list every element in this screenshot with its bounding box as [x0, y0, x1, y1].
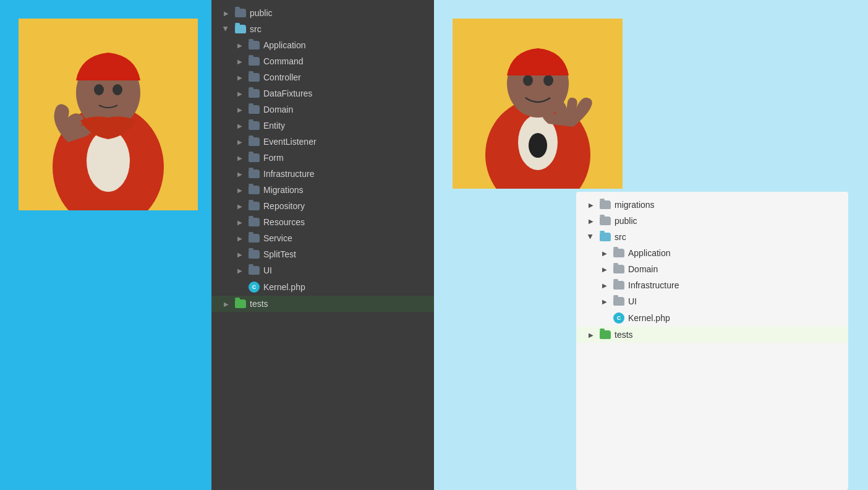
tree-item-ui-left[interactable]: ▶ UI: [211, 262, 434, 278]
folder-icon-resources-left: [249, 218, 260, 226]
chevron-public-left: ▶: [221, 8, 231, 18]
label-src-right: src: [615, 232, 626, 242]
label-migrations-right: migrations: [615, 200, 655, 210]
label-src-left: src: [250, 24, 262, 34]
tree-item-public-right[interactable]: ▶ public: [576, 213, 848, 229]
label-application-right: Application: [628, 248, 671, 258]
chevron-entity-left: ▶: [235, 121, 245, 131]
label-controller-left: Controller: [263, 72, 301, 82]
label-tests-left: tests: [250, 299, 268, 309]
label-splittest-left: SplitTest: [263, 249, 296, 259]
label-kernel-right: Kernel.php: [628, 313, 670, 323]
chevron-resources-left: ▶: [235, 217, 245, 227]
tree-item-splittest-left[interactable]: ▶ SplitTest: [211, 246, 434, 262]
tree-item-controller-left[interactable]: ▶ Controller: [211, 69, 434, 85]
chevron-migrations-right: ▶: [586, 200, 596, 210]
tree-item-repository-left[interactable]: ▶ Repository: [211, 198, 434, 214]
tree-item-application-right[interactable]: ▶ Application: [576, 245, 848, 261]
label-migrations-left: Migrations: [263, 185, 304, 195]
tree-item-domain-right[interactable]: ▶ Domain: [576, 261, 848, 277]
chevron-public-right: ▶: [586, 216, 596, 226]
tree-item-kernel-right[interactable]: ▶ C Kernel.php: [576, 309, 848, 327]
chevron-splittest-left: ▶: [235, 249, 245, 259]
folder-icon-domain-right: [613, 265, 624, 273]
label-public-right: public: [615, 216, 637, 226]
folder-icon-migrations-left: [249, 186, 260, 194]
php-badge-kernel-left: C: [249, 282, 260, 293]
tree-item-migrations-left[interactable]: ▶ Migrations: [211, 182, 434, 198]
label-ui-right: UI: [628, 296, 637, 306]
tree-item-kernel-left[interactable]: ▶ C Kernel.php: [211, 278, 434, 296]
folder-icon-datafixtures-left: [249, 89, 260, 98]
tree-item-service-left[interactable]: ▶ Service: [211, 230, 434, 246]
folder-icon-tests-left: [235, 299, 246, 308]
chevron-ui-right: ▶: [600, 296, 610, 306]
tree-item-public-left[interactable]: ▶ public: [211, 5, 434, 21]
tree-item-eventlistener-left[interactable]: ▶ EventListener: [211, 134, 434, 150]
tree-item-entity-left[interactable]: ▶ Entity: [211, 118, 434, 134]
drake-no-svg: [19, 19, 198, 210]
tree-item-infrastructure-right[interactable]: ▶ Infrastructure: [576, 277, 848, 293]
file-tree-left: ▶ public ▶ src ▶ Application ▶ Command ▶: [211, 0, 434, 490]
folder-icon-public-right: [600, 217, 611, 225]
svg-point-4: [94, 84, 104, 95]
chevron-command-left: ▶: [235, 56, 245, 66]
label-command-left: Command: [263, 56, 304, 66]
chevron-ui-left: ▶: [235, 265, 245, 275]
label-resources-left: Resources: [263, 217, 305, 227]
tree-item-tests-right[interactable]: ▶ tests: [576, 327, 848, 343]
chevron-tests-right: ▶: [586, 330, 596, 340]
folder-icon-form-left: [249, 153, 260, 162]
label-infrastructure-right: Infrastructure: [628, 280, 679, 290]
label-tests-right: tests: [615, 330, 633, 340]
label-application-left: Application: [263, 40, 306, 50]
folder-icon-src-right: [600, 233, 611, 241]
tree-item-datafixtures-left[interactable]: ▶ DataFixtures: [211, 85, 434, 101]
tree-item-src-left[interactable]: ▶ src: [211, 21, 434, 37]
label-ui-left: UI: [263, 265, 272, 275]
tree-item-infrastructure-left[interactable]: ▶ Infrastructure: [211, 166, 434, 182]
tree-item-resources-left[interactable]: ▶ Resources: [211, 214, 434, 230]
folder-icon-command-left: [249, 57, 260, 66]
label-eventlistener-left: EventListener: [263, 137, 317, 147]
folder-icon-domain-left: [249, 105, 260, 114]
label-domain-right: Domain: [628, 264, 658, 274]
label-datafixtures-left: DataFixtures: [263, 88, 312, 98]
label-repository-left: Repository: [263, 201, 305, 211]
tree-item-migrations-right[interactable]: ▶ migrations: [576, 197, 848, 213]
folder-icon-infrastructure-left: [249, 170, 260, 178]
folder-icon-ui-left: [249, 266, 260, 275]
tree-item-src-right[interactable]: ▶ src: [576, 229, 848, 245]
svg-point-5: [113, 84, 122, 95]
left-panel: ▶ public ▶ src ▶ Application ▶ Command ▶: [0, 0, 434, 490]
folder-icon-public-left: [235, 9, 246, 17]
tree-item-command-left[interactable]: ▶ Command: [211, 53, 434, 69]
label-kernel-left: Kernel.php: [263, 282, 305, 292]
tree-item-form-left[interactable]: ▶ Form: [211, 150, 434, 166]
folder-icon-application-left: [249, 41, 260, 49]
folder-icon-service-left: [249, 234, 260, 243]
chevron-form-left: ▶: [235, 153, 245, 163]
tree-item-domain-left[interactable]: ▶ Domain: [211, 101, 434, 118]
tree-item-application-left[interactable]: ▶ Application: [211, 37, 434, 53]
chevron-infrastructure-left: ▶: [235, 169, 245, 179]
drake-no-image: [19, 19, 198, 210]
folder-icon-migrations-right: [600, 200, 611, 209]
chevron-src-right: ▶: [586, 232, 596, 242]
label-infrastructure-left: Infrastructure: [263, 169, 314, 179]
tree-item-ui-right[interactable]: ▶ UI: [576, 293, 848, 309]
folder-icon-application-right: [613, 249, 624, 257]
label-domain-left: Domain: [263, 105, 293, 114]
svg-point-12: [543, 75, 553, 86]
chevron-migrations-left: ▶: [235, 185, 245, 195]
right-panel: ▶ migrations ▶ public ▶ src ▶ Applicatio…: [434, 0, 868, 490]
drake-yes-image: [453, 19, 623, 189]
file-tree-right: ▶ migrations ▶ public ▶ src ▶ Applicatio…: [576, 192, 848, 490]
chevron-domain-right: ▶: [600, 264, 610, 274]
tree-item-tests-left[interactable]: ▶ tests: [211, 296, 434, 312]
drake-yes-svg: [453, 19, 623, 189]
chevron-datafixtures-left: ▶: [235, 88, 245, 98]
folder-icon-src-left: [235, 25, 246, 33]
folder-icon-entity-left: [249, 121, 260, 130]
chevron-service-left: ▶: [235, 233, 245, 243]
